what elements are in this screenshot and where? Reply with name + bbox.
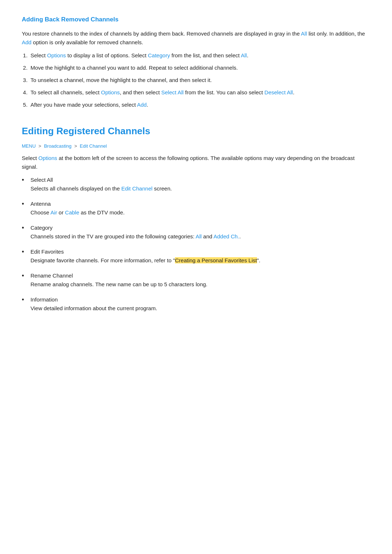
link-category-1[interactable]: Category — [148, 52, 170, 58]
step-5: After you have made your selections, sel… — [29, 100, 370, 109]
bullet-content-2: Antenna Choose Air or Cable as the DTV m… — [30, 200, 124, 217]
step-4: To select all channels, select Options, … — [29, 88, 370, 97]
bullet-antenna: • Antenna Choose Air or Cable as the DTV… — [22, 200, 370, 217]
breadcrumb-edit-channel[interactable]: Edit Channel — [80, 143, 107, 149]
step1-text-before: Select — [30, 52, 47, 58]
link-all-1[interactable]: All — [301, 30, 307, 37]
step-1: Select Options to display a list of opti… — [29, 51, 370, 60]
section2-title: Editing Registered Channels — [22, 124, 370, 139]
section1-title: Adding Back Removed Channels — [22, 15, 370, 24]
bullet-dot-1: • — [22, 176, 28, 185]
link-added-ch[interactable]: Added Ch. — [213, 233, 239, 239]
section2-intro-after: at the bottom left of the screen to acce… — [22, 155, 355, 170]
bullet-dot-3: • — [22, 223, 28, 233]
intro-text1: You restore channels to the index of cha… — [22, 30, 301, 37]
bullet-content-6: Information View detailed information ab… — [30, 295, 157, 313]
step-2: Move the highlight to a channel you want… — [29, 63, 370, 72]
step5-text-before: After you have made your selections, sel… — [30, 102, 137, 108]
breadcrumb: MENU > Broadcasting > Edit Channel — [22, 143, 370, 150]
step-3: To unselect a channel, move the highligh… — [29, 76, 370, 85]
link-cable[interactable]: Cable — [65, 209, 79, 216]
bullet-information: • Information View detailed information … — [22, 295, 370, 313]
link-options-2[interactable]: Options — [101, 89, 120, 95]
bullet-title-antenna: Antenna — [30, 200, 124, 208]
link-add-2[interactable]: Add — [137, 102, 147, 108]
steps-list: Select Options to display a list of opti… — [29, 51, 370, 109]
bullet-category: • Category Channels stored in the TV are… — [22, 223, 370, 241]
breadcrumb-menu[interactable]: MENU — [22, 143, 36, 149]
section2-intro-before: Select — [22, 155, 38, 161]
bullet-title-select-all: Select All — [30, 176, 172, 184]
section1-intro: You restore channels to the index of cha… — [22, 29, 370, 47]
bullet-content-1: Select All Selects all channels displaye… — [30, 176, 172, 193]
step2-text: Move the highlight to a channel you want… — [30, 65, 238, 71]
section2-intro: Select Options at the bottom left of the… — [22, 154, 370, 171]
link-all-3[interactable]: All — [196, 233, 202, 239]
bullet-title-edit-favorites: Edit Favorites — [30, 247, 260, 256]
bullet-content-3: Category Channels stored in the TV are g… — [30, 223, 241, 241]
link-options-3[interactable]: Options — [38, 155, 57, 161]
step4-text-after: . — [293, 89, 294, 95]
step1-text-after: . — [247, 52, 248, 58]
link-all-2[interactable]: All — [241, 52, 247, 58]
intro-text2: list only. In addition, the — [307, 30, 365, 37]
step3-text: To unselect a channel, move the highligh… — [30, 77, 212, 83]
step4-text-mid2: from the list. You can also select — [184, 89, 265, 95]
step4-text-mid1: , and then select — [120, 89, 161, 95]
link-edit-channel-1[interactable]: Edit Channel — [121, 185, 152, 192]
bullet-rename-channel: • Rename Channel Rename analog channels.… — [22, 271, 370, 289]
breadcrumb-sep1: > — [38, 143, 42, 149]
section-editing: Editing Registered Channels MENU > Broad… — [22, 124, 370, 312]
bullet-desc-information: View detailed information about the curr… — [30, 304, 157, 313]
link-select-all[interactable]: Select All — [161, 89, 184, 95]
step4-text-before: To select all channels, select — [30, 89, 101, 95]
step5-text-after: . — [147, 102, 148, 108]
bullet-dot-5: • — [22, 271, 28, 280]
link-options-1[interactable]: Options — [47, 52, 66, 58]
bullet-content-4: Edit Favorites Designate favorite channe… — [30, 247, 260, 265]
bullet-desc-select-all: Selects all channels displayed on the Ed… — [30, 184, 172, 193]
link-add-1[interactable]: Add — [22, 39, 32, 45]
bullet-dot-6: • — [22, 295, 28, 304]
bullet-dot-2: • — [22, 200, 28, 209]
intro-text3: option is only available for removed cha… — [32, 39, 143, 45]
bullet-desc-antenna: Choose Air or Cable as the DTV mode. — [30, 208, 124, 217]
bullet-content-5: Rename Channel Rename analog channels. T… — [30, 271, 208, 289]
bullet-select-all: • Select All Selects all channels displa… — [22, 176, 370, 193]
step1-text-mid2: from the list, and then select — [170, 52, 241, 58]
bullet-list: • Select All Selects all channels displa… — [22, 176, 370, 313]
bullet-title-information: Information — [30, 295, 157, 304]
bullet-desc-edit-favorites: Designate favorite channels. For more in… — [30, 256, 260, 265]
breadcrumb-sep2: > — [74, 143, 78, 149]
bullet-desc-rename-channel: Rename analog channels. The new name can… — [30, 280, 208, 289]
step1-text-mid1: to display a list of options. Select — [66, 52, 148, 58]
breadcrumb-broadcasting[interactable]: Broadcasting — [44, 143, 72, 149]
bullet-edit-favorites: • Edit Favorites Designate favorite chan… — [22, 247, 370, 265]
bullet-title-rename-channel: Rename Channel — [30, 271, 208, 280]
link-deselect-all[interactable]: Deselect All — [265, 89, 293, 95]
link-air[interactable]: Air — [50, 209, 57, 216]
bullet-dot-4: • — [22, 247, 28, 257]
bullet-desc-category: Channels stored in the TV are grouped in… — [30, 232, 241, 241]
bullet-title-category: Category — [30, 223, 241, 232]
highlight-personal-favorites: Creating a Personal Favorites List — [175, 257, 257, 263]
section-adding-back: Adding Back Removed Channels You restore… — [22, 15, 370, 109]
